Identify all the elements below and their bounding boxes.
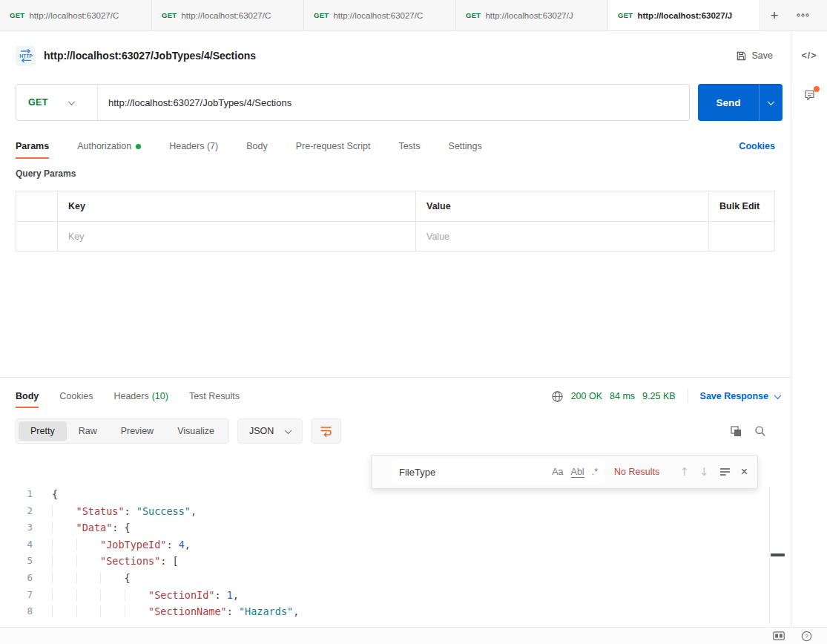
whole-word-toggle[interactable]: Abl (571, 467, 584, 478)
window-tab[interactable]: GEThttp://localhost:63027/C (152, 0, 304, 30)
window-tab[interactable]: GEThttp://localhost:63027/C (0, 0, 152, 30)
find-navigation: ↑ ↓ × (680, 465, 758, 479)
json-token: "SectionName" (148, 605, 227, 617)
request-title-row: HTTP http://localhost:63027/JobTypes/4/S… (16, 39, 780, 72)
response-tab-cookies[interactable]: Cookies (59, 383, 93, 410)
url-input[interactable] (98, 97, 689, 108)
view-mode-pretty[interactable]: Pretty (19, 421, 67, 441)
new-tab-button[interactable]: + (760, 0, 788, 30)
help-button[interactable]: ? (801, 631, 812, 642)
code-scrollbar[interactable] (769, 486, 789, 624)
response-tab-list: BodyCookiesHeaders(10)Test Results (16, 383, 260, 410)
line-content: "SectionName": "Hazards", (33, 603, 299, 620)
header-count: (10) (152, 391, 168, 401)
response-meta: 200 OK 84 ms 9.25 KB Save Response (551, 383, 780, 410)
divider (688, 390, 688, 403)
chevron-down-icon (67, 98, 75, 105)
save-response-button[interactable]: Save Response (700, 391, 780, 401)
view-mode-preview[interactable]: Preview (109, 421, 165, 441)
plus-icon: + (770, 8, 778, 22)
search-icon (754, 425, 766, 437)
request-tab-label: Params (16, 141, 49, 151)
json-token: : (125, 505, 136, 517)
response-toolbar: PrettyRawPreviewVisualize JSON (16, 418, 775, 444)
json-token: : { (112, 522, 130, 533)
response-time: 84 ms (610, 391, 635, 401)
view-mode-raw[interactable]: Raw (67, 421, 109, 441)
row-checkbox-cell[interactable] (16, 222, 58, 251)
tab-method-label: GET (162, 11, 177, 19)
response-tab-test-results[interactable]: Test Results (189, 383, 240, 410)
response-tabs-row: BodyCookiesHeaders(10)Test Results 200 O… (16, 383, 780, 410)
find-in-selection-button[interactable] (719, 467, 731, 476)
bulk-edit-button[interactable]: Bulk Edit (719, 201, 760, 211)
wrap-lines-button[interactable] (311, 418, 341, 444)
previous-match-button[interactable]: ↑ (680, 465, 690, 479)
json-token: "SectionId" (148, 589, 214, 601)
request-tab-settings[interactable]: Settings (449, 134, 482, 159)
line-number: 5 (0, 553, 33, 570)
code-icon: </> (801, 50, 817, 61)
json-token: , (233, 589, 239, 601)
find-query-text: FileType (399, 467, 544, 478)
request-tab-label: Body (246, 141, 268, 151)
request-tab-headers-7[interactable]: Headers (7) (169, 134, 218, 159)
send-options-button[interactable] (759, 84, 782, 121)
line-number: 8 (0, 603, 33, 620)
svg-text:?: ? (805, 633, 808, 640)
url-box: GET (16, 84, 690, 121)
request-tab-body[interactable]: Body (246, 134, 268, 159)
notification-dot (814, 86, 820, 92)
json-token (52, 572, 125, 584)
line-content: "SectionId": 1, (33, 587, 239, 604)
save-button[interactable]: Save (728, 46, 781, 66)
value-input[interactable]: Value (416, 222, 709, 251)
view-mode-visualize[interactable]: Visualize (165, 421, 226, 441)
request-tab-tests[interactable]: Tests (398, 134, 420, 159)
method-selector[interactable]: GET (16, 85, 98, 120)
cookies-link[interactable]: Cookies (739, 134, 775, 159)
line-number: 6 (0, 570, 33, 587)
json-token (52, 505, 76, 517)
format-selector[interactable]: JSON (237, 418, 303, 444)
window-tab[interactable]: GEThttp://localhost:63027/J (608, 0, 760, 30)
copy-button[interactable] (731, 426, 742, 437)
find-input[interactable]: FileType Aa Abl .* (392, 459, 604, 485)
line-content: "Data": { (33, 519, 131, 536)
tab-method-label: GET (10, 11, 24, 19)
line-content: "Status": "Success", (33, 503, 197, 520)
globe-icon (551, 390, 564, 403)
key-input[interactable]: Key (58, 222, 416, 251)
response-tab-headers[interactable]: Headers(10) (113, 383, 168, 410)
response-body-json[interactable]: 1{2 "Status": "Success",3 "Data": {4 "Jo… (0, 486, 769, 627)
window-tab[interactable]: GEThttp://localhost:63027/C (304, 0, 456, 30)
json-token: 1 (227, 589, 233, 601)
request-tab-authorization[interactable]: Authorization (77, 134, 141, 159)
request-tab-params[interactable]: Params (16, 134, 49, 159)
network-info-button[interactable] (551, 390, 564, 403)
tab-options-button[interactable] (788, 0, 817, 30)
regex-toggle[interactable]: .* (592, 467, 598, 477)
window-tab[interactable]: GEThttp://localhost:63027/J (456, 0, 608, 30)
match-case-toggle[interactable]: Aa (552, 467, 563, 477)
comments-button[interactable] (803, 89, 816, 102)
search-button[interactable] (754, 425, 766, 437)
json-token: , (185, 539, 191, 551)
json-token: : (166, 539, 178, 551)
line-number: 3 (0, 519, 33, 536)
close-icon[interactable]: × (741, 466, 748, 478)
view-mode-switcher: PrettyRawPreviewVisualize (16, 418, 229, 444)
response-tab-body[interactable]: Body (16, 383, 39, 410)
send-button[interactable]: Send (698, 84, 782, 121)
console-panel-button[interactable] (773, 631, 785, 640)
next-match-button[interactable]: ↓ (699, 465, 709, 479)
url-row: GET Send (16, 84, 782, 121)
json-token: { (125, 572, 131, 584)
tab-method-label: GET (618, 11, 633, 19)
json-token (52, 539, 100, 551)
code-snippet-button[interactable]: </> (801, 50, 817, 61)
code-line: 4 "JobTypeId": 4, (0, 536, 769, 553)
key-column-header: Key (58, 191, 416, 221)
request-tab-pre-request-script[interactable]: Pre-request Script (296, 134, 371, 159)
find-results-status: No Results (614, 467, 659, 477)
